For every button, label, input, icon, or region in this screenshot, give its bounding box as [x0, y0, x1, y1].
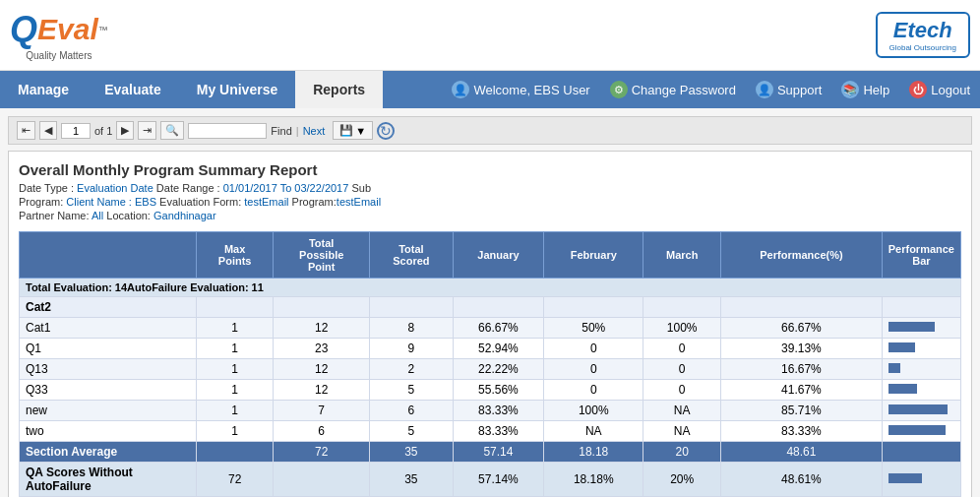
- etech-brand: Etech: [893, 18, 952, 43]
- table-row: Section Average 72 35 57.14 18.18 20 48.…: [20, 442, 961, 463]
- gear-icon: ⚙: [610, 81, 628, 98]
- table-row: Q13 1 12 2 22.22% 0 0 16.67%: [20, 359, 961, 380]
- table-row: QA Scores Without AutoFailure 72 35 57.1…: [20, 463, 961, 497]
- table-header-row: MaxPoints TotalPossiblePoint TotalScored…: [20, 232, 961, 279]
- report-meta-line3: Partner Name: All Location: Gandhinagar: [19, 210, 961, 221]
- table-row: Cat2: [20, 297, 961, 318]
- header: Q Eval ™ Quality Matters Etech Global Ou…: [0, 0, 980, 71]
- logo-q: Q: [10, 9, 37, 50]
- report-area: Overall Monthly Program Summary Report D…: [8, 151, 972, 497]
- etech-sub: Global Outsourcing: [889, 43, 956, 52]
- help-icon: 📚: [841, 81, 859, 98]
- table-row: new 1 7 6 83.33% 100% NA 85.71%: [20, 401, 961, 421]
- support-icon: 👤: [756, 81, 773, 98]
- table-row: Cat1 1 12 8 66.67% 50% 100% 66.67%: [20, 318, 961, 339]
- power-icon: ⏻: [909, 81, 927, 98]
- table-row: Q33 1 12 5 55.56% 0 0 41.67%: [20, 380, 961, 401]
- nav-support[interactable]: 👤 Support: [746, 71, 832, 108]
- find-input[interactable]: [188, 123, 267, 139]
- nav-manage[interactable]: Manage: [0, 71, 87, 108]
- table-row: Q1 1 23 9 52.94% 0 0 39.13%: [20, 339, 961, 359]
- table-row: two 1 6 5 83.33% NA NA 83.33%: [20, 421, 961, 442]
- nav-welcome[interactable]: 👤 Welcome, EBS User: [442, 71, 599, 108]
- col-header-total-scored: TotalScored: [370, 232, 453, 279]
- report-table: MaxPoints TotalPossiblePoint TotalScored…: [19, 231, 961, 497]
- col-header-january: January: [453, 232, 544, 279]
- prev-page-btn[interactable]: ◀: [39, 121, 57, 140]
- col-header-performance-bar: PerformanceBar: [882, 232, 960, 279]
- nav-reports[interactable]: Reports: [295, 71, 383, 108]
- report-title: Overall Monthly Program Summary Report: [19, 161, 961, 178]
- col-header-performance-pct: Performance(%): [721, 232, 883, 279]
- col-header-march: March: [643, 232, 721, 279]
- col-header-february: February: [544, 232, 643, 279]
- last-page-btn[interactable]: ⇥: [138, 121, 156, 140]
- nav-bar: Manage Evaluate My Universe Reports 👤 We…: [0, 71, 980, 108]
- find-label: Find: [271, 125, 291, 137]
- col-header-max-points: MaxPoints: [197, 232, 274, 279]
- next-page-btn[interactable]: ▶: [116, 121, 134, 140]
- first-page-btn[interactable]: ⇤: [17, 121, 35, 140]
- col-header-total-possible: TotalPossiblePoint: [274, 232, 370, 279]
- page-number-input[interactable]: [61, 123, 91, 139]
- nav-change-password[interactable]: ⚙ Change Password: [600, 71, 746, 108]
- floppy-icon: 💾: [339, 124, 353, 137]
- table-row-total: Total Evaluation: 14AutoFailure Evaluati…: [20, 279, 961, 297]
- quality-matters-label: Quality Matters: [26, 50, 92, 61]
- logo-tm: ™: [98, 25, 108, 35]
- nav-right-group: 👤 Welcome, EBS User ⚙ Change Password 👤 …: [442, 71, 980, 108]
- export-btn[interactable]: 💾 ▼: [333, 121, 373, 140]
- user-icon: 👤: [452, 81, 469, 98]
- dropdown-arrow: ▼: [355, 125, 366, 137]
- nav-logout[interactable]: ⏻ Logout: [899, 71, 980, 108]
- col-header-name: [20, 232, 197, 279]
- main-content: ⇤ ◀ of 1 ▶ ⇥ 🔍 Find | Next 💾 ▼ ↻ Overall…: [0, 108, 980, 497]
- page-of-label: of 1: [94, 125, 112, 137]
- next-link[interactable]: Next: [303, 125, 326, 137]
- logo-eval: Eval: [37, 13, 98, 46]
- nav-help[interactable]: 📚 Help: [831, 71, 899, 108]
- report-meta-line2: Program: Client Name : EBS Evaluation Fo…: [19, 196, 961, 208]
- nav-evaluate[interactable]: Evaluate: [87, 71, 179, 108]
- nav-my-universe[interactable]: My Universe: [179, 71, 295, 108]
- etech-logo: Etech Global Outsourcing: [876, 12, 970, 58]
- report-meta-line1: Date Type : Evaluation Date Date Range :…: [19, 182, 961, 194]
- search-toggle-btn[interactable]: 🔍: [160, 121, 184, 140]
- report-toolbar: ⇤ ◀ of 1 ▶ ⇥ 🔍 Find | Next 💾 ▼ ↻: [8, 116, 972, 145]
- refresh-btn[interactable]: ↻: [377, 122, 395, 140]
- logo: Q Eval ™ Quality Matters: [10, 9, 108, 61]
